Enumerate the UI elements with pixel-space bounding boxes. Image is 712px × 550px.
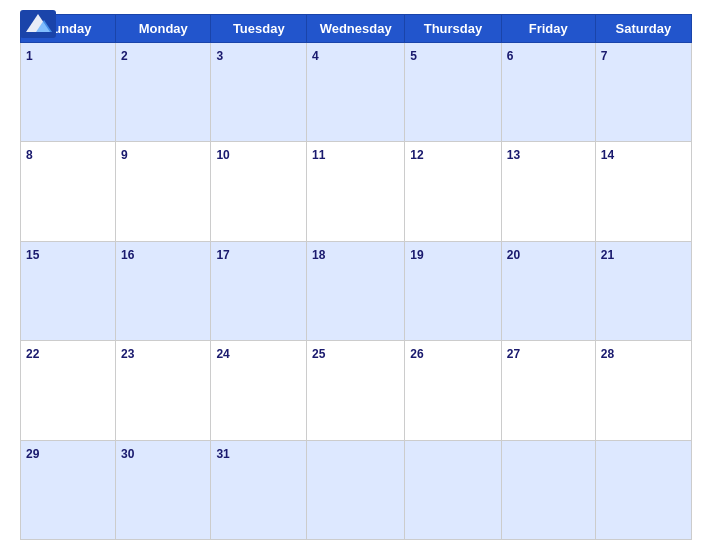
calendar-cell: 26 — [405, 341, 501, 440]
calendar-header-row: SundayMondayTuesdayWednesdayThursdayFrid… — [21, 15, 692, 43]
calendar-cell — [501, 440, 595, 539]
calendar-cell: 12 — [405, 142, 501, 241]
day-header-thursday: Thursday — [405, 15, 501, 43]
day-number: 9 — [121, 148, 128, 162]
calendar-cell: 2 — [116, 43, 211, 142]
calendar-cell: 4 — [307, 43, 405, 142]
day-number: 27 — [507, 347, 520, 361]
calendar-cell: 22 — [21, 341, 116, 440]
day-number: 3 — [216, 49, 223, 63]
calendar-cell: 24 — [211, 341, 307, 440]
calendar-cell: 11 — [307, 142, 405, 241]
calendar-cell: 6 — [501, 43, 595, 142]
calendar-cell: 31 — [211, 440, 307, 539]
day-number: 17 — [216, 248, 229, 262]
day-number: 21 — [601, 248, 614, 262]
day-number: 30 — [121, 447, 134, 461]
logo-icon — [20, 10, 56, 38]
calendar-cell: 18 — [307, 241, 405, 340]
day-number: 16 — [121, 248, 134, 262]
calendar-cell: 23 — [116, 341, 211, 440]
day-header-saturday: Saturday — [595, 15, 691, 43]
calendar-cell: 21 — [595, 241, 691, 340]
calendar-cell: 7 — [595, 43, 691, 142]
day-number: 8 — [26, 148, 33, 162]
calendar-cell: 16 — [116, 241, 211, 340]
day-number: 28 — [601, 347, 614, 361]
calendar-cell: 10 — [211, 142, 307, 241]
calendar-cell: 15 — [21, 241, 116, 340]
calendar-table: SundayMondayTuesdayWednesdayThursdayFrid… — [20, 14, 692, 540]
day-number: 29 — [26, 447, 39, 461]
day-number: 25 — [312, 347, 325, 361]
day-header-monday: Monday — [116, 15, 211, 43]
day-number: 11 — [312, 148, 325, 162]
calendar-cell: 3 — [211, 43, 307, 142]
day-number: 18 — [312, 248, 325, 262]
logo — [20, 10, 56, 38]
day-number: 7 — [601, 49, 608, 63]
calendar-cell: 14 — [595, 142, 691, 241]
calendar-week-row: 15161718192021 — [21, 241, 692, 340]
day-number: 12 — [410, 148, 423, 162]
calendar-cell: 29 — [21, 440, 116, 539]
day-number: 31 — [216, 447, 229, 461]
calendar-cell: 28 — [595, 341, 691, 440]
day-number: 24 — [216, 347, 229, 361]
calendar-body: 1234567891011121314151617181920212223242… — [21, 43, 692, 540]
calendar-cell: 20 — [501, 241, 595, 340]
calendar-cell: 19 — [405, 241, 501, 340]
day-number: 20 — [507, 248, 520, 262]
day-header-tuesday: Tuesday — [211, 15, 307, 43]
day-number: 2 — [121, 49, 128, 63]
day-number: 10 — [216, 148, 229, 162]
calendar-cell — [307, 440, 405, 539]
day-number: 19 — [410, 248, 423, 262]
calendar-cell: 8 — [21, 142, 116, 241]
calendar-week-row: 1234567 — [21, 43, 692, 142]
calendar-cell: 30 — [116, 440, 211, 539]
day-number: 13 — [507, 148, 520, 162]
calendar-cell — [405, 440, 501, 539]
day-number: 5 — [410, 49, 417, 63]
calendar-cell: 27 — [501, 341, 595, 440]
day-header-friday: Friday — [501, 15, 595, 43]
calendar-cell: 5 — [405, 43, 501, 142]
calendar-week-row: 293031 — [21, 440, 692, 539]
calendar-cell: 1 — [21, 43, 116, 142]
day-header-wednesday: Wednesday — [307, 15, 405, 43]
calendar-cell: 17 — [211, 241, 307, 340]
day-number: 1 — [26, 49, 33, 63]
day-number: 15 — [26, 248, 39, 262]
calendar-week-row: 22232425262728 — [21, 341, 692, 440]
day-number: 22 — [26, 347, 39, 361]
day-number: 4 — [312, 49, 319, 63]
calendar-cell: 9 — [116, 142, 211, 241]
calendar-cell: 25 — [307, 341, 405, 440]
day-number: 14 — [601, 148, 614, 162]
calendar-cell: 13 — [501, 142, 595, 241]
calendar-cell — [595, 440, 691, 539]
calendar-week-row: 891011121314 — [21, 142, 692, 241]
day-number: 26 — [410, 347, 423, 361]
day-number: 6 — [507, 49, 514, 63]
day-number: 23 — [121, 347, 134, 361]
